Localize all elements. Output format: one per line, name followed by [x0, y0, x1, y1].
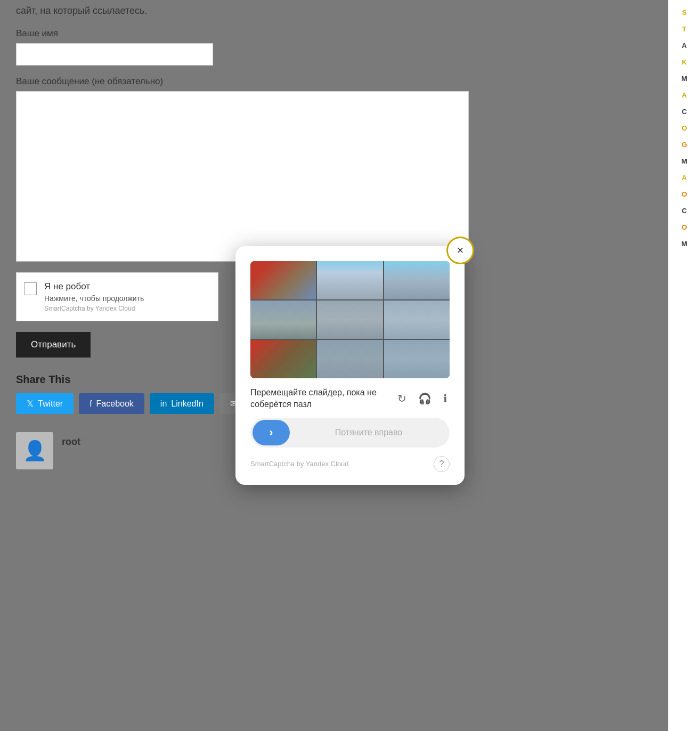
info-button[interactable]: ℹ [441, 390, 450, 407]
slider-label: Потяните вправо [290, 428, 447, 437]
puzzle-cell-1 [250, 261, 316, 299]
puzzle-cell-3 [384, 261, 450, 299]
puzzle-instruction: Перемещайте слайдер, пока не соберётся п… [250, 387, 388, 410]
puzzle-cell-6 [384, 300, 450, 339]
puzzle-cell-5 [317, 300, 382, 339]
slider-arrow-icon: › [269, 426, 273, 440]
puzzle-cell-2 [317, 261, 382, 299]
puzzle-controls: Перемещайте слайдер, пока не соберётся п… [250, 387, 450, 410]
modal-brand: SmartCaptcha by Yandex Cloud [250, 460, 349, 468]
slider-row[interactable]: › Потяните вправо [250, 418, 450, 448]
modal-backdrop: × Перемещайте слайдер, пока не соберётся… [0, 0, 700, 731]
refresh-button[interactable]: ↻ [395, 390, 409, 407]
puzzle-cell-8 [317, 340, 382, 378]
slider-handle[interactable]: › [253, 420, 290, 445]
headset-button[interactable]: 🎧 [416, 390, 434, 407]
modal-footer: SmartCaptcha by Yandex Cloud ? [250, 456, 450, 472]
puzzle-cell-4 [250, 300, 316, 339]
puzzle-cell-9 [384, 340, 450, 378]
puzzle-cell-7 [250, 340, 316, 378]
help-button[interactable]: ? [434, 456, 450, 472]
modal-close-button[interactable]: × [446, 237, 474, 264]
captcha-modal: × Перемещайте слайдер, пока не соберётся… [235, 246, 465, 484]
puzzle-grid [250, 261, 450, 378]
